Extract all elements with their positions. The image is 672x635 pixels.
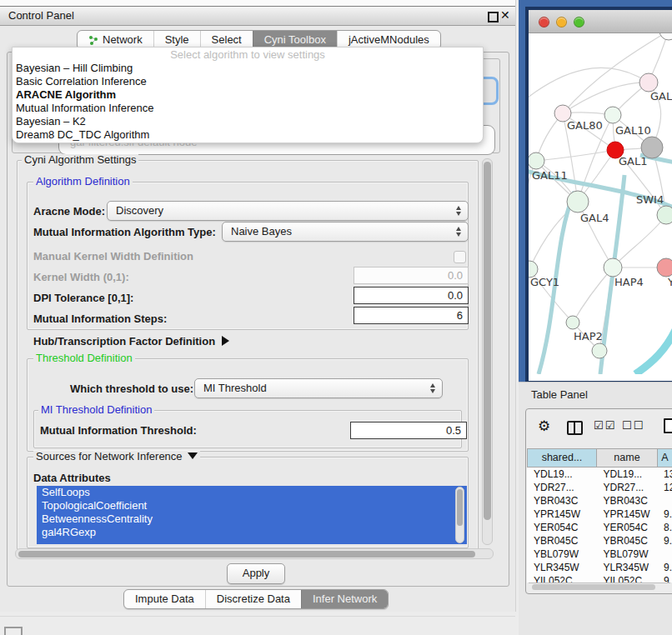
table-row[interactable]: YPR145WYPR145W9.	[527, 508, 672, 521]
network-edge[interactable]	[563, 82, 649, 113]
column-header[interactable]: A	[658, 448, 672, 468]
kernel-width-label: Kernel Width (0,1):	[33, 271, 129, 283]
mi-type-combo[interactable]: Naive Bayes	[222, 222, 469, 242]
which-threshold-combo[interactable]: MI Threshold	[194, 378, 443, 398]
table-cell: YDL19...	[527, 468, 597, 481]
node-gal11[interactable]	[529, 152, 544, 169]
tab-impute-data[interactable]: Impute Data	[124, 590, 205, 608]
mac-close-icon[interactable]	[539, 17, 549, 28]
node-gal10[interactable]	[604, 107, 621, 123]
mac-minimize-icon[interactable]	[556, 17, 567, 28]
mi-threshold-field[interactable]: 0.5	[350, 422, 467, 439]
attributes-scrollbar-thumb[interactable]	[457, 489, 463, 526]
table-cell: YBR045C	[597, 534, 658, 548]
minimized-panel-icon[interactable]	[4, 627, 23, 635]
table-row[interactable]: YLR345WYLR345W9.	[527, 561, 672, 574]
table-panel-title: Table Panel	[531, 388, 588, 401]
column-header[interactable]: shared...	[527, 448, 597, 468]
algorithm-option[interactable]: ARACNE Algorithm	[13, 88, 483, 102]
settings-hscrollbar[interactable]	[15, 548, 494, 559]
node-gcy1[interactable]	[529, 261, 538, 278]
node-hap2[interactable]	[566, 316, 579, 329]
table-hscrollbar-thumb[interactable]	[532, 584, 655, 590]
node-label-gal1: GAL1	[619, 155, 647, 168]
attribute-item[interactable]: SelfLoops	[37, 486, 467, 499]
file-icon[interactable]	[664, 418, 672, 433]
gear-icon[interactable]: ⚙	[538, 418, 550, 435]
attributes-scrollbar[interactable]	[455, 487, 464, 543]
mi-steps-field[interactable]: 6	[354, 307, 469, 324]
attribute-item[interactable]	[37, 539, 467, 544]
aracne-mode-value: Discovery	[116, 204, 163, 217]
algorithm-definition-title: Algorithm Definition	[33, 176, 133, 188]
attribute-item[interactable]: gal4RGexp	[37, 526, 467, 539]
table-row[interactable]: YBR045CYBR045C9.	[527, 534, 672, 548]
cyni-settings-title: Cyni Algorithm Settings	[22, 154, 138, 166]
table-row[interactable]: YIL052CYIL052C9	[527, 574, 672, 582]
dpi-tolerance-field[interactable]: 0.0	[354, 287, 469, 304]
close-icon[interactable]: ✕	[500, 8, 510, 22]
algorithm-option[interactable]: Dream8 DC_TDC Algorithm	[13, 128, 483, 142]
node-gal4[interactable]	[567, 191, 589, 212]
tab-infer-network[interactable]: Infer Network	[301, 590, 388, 608]
manual-kernel-checkbox[interactable]	[454, 251, 466, 263]
table-cell: YDR27...	[597, 481, 658, 494]
table-row[interactable]: YDL19...YDL19...13	[527, 468, 672, 481]
tab-discretize-data[interactable]: Discretize Data	[205, 590, 301, 608]
table-row[interactable]: YBL079WYBL079W	[527, 548, 672, 561]
attribute-item[interactable]: BetweennessCentrality	[37, 512, 467, 526]
node-label-gal80: GAL80	[567, 119, 603, 132]
float-panel-icon[interactable]	[488, 12, 499, 22]
checked-boxes-icon[interactable]: ☑☑	[594, 419, 616, 432]
table-cell: 13	[657, 468, 672, 481]
table-cell: 9.	[657, 508, 672, 521]
settings-scrollbar-thumb[interactable]	[484, 162, 491, 520]
attribute-item[interactable]: TopologicalCoefficient	[37, 499, 467, 512]
table-cell: 9.	[657, 561, 672, 574]
mi-steps-label: Mutual Information Steps:	[33, 312, 167, 325]
node-gal7[interactable]	[639, 73, 658, 92]
node-top[interactable]	[659, 33, 672, 40]
network-edge[interactable]	[536, 150, 615, 161]
settings-hscrollbar-thumb[interactable]	[18, 551, 475, 558]
table-cell: YBR043C	[527, 494, 597, 508]
algorithm-option[interactable]: Mutual Information Inference	[13, 102, 483, 115]
columns-icon[interactable]	[567, 421, 583, 435]
threshold-definition-title: Threshold Definition	[33, 352, 135, 364]
table-row[interactable]: YER054CYER054C8.	[527, 521, 672, 534]
network-window-titlebar[interactable]	[529, 10, 672, 33]
table-cell: YER054C	[597, 521, 658, 534]
table-body[interactable]: YDL19...YDL19...13YDR27...YDR27...12YBR0…	[527, 468, 672, 582]
table-cell	[657, 548, 672, 561]
data-attributes-list[interactable]: SelfLoopsTopologicalCoefficientBetweenne…	[37, 486, 467, 544]
node-label-gcy1: GCY1	[530, 276, 559, 288]
sources-title-row[interactable]: Sources for Network Inference	[33, 451, 200, 462]
node-swi4[interactable]	[657, 206, 672, 224]
kernel-width-field[interactable]: 0.0	[354, 267, 469, 284]
column-header[interactable]: name	[597, 448, 658, 468]
network-canvas[interactable]: GALGAL80GAL10GAL1GAL11GAL4SWI4GCY1HAP4YH…	[529, 33, 672, 374]
node-salmon[interactable]	[657, 258, 672, 277]
algorithm-option[interactable]: Bayesian – K2	[13, 115, 483, 128]
table-cell: YBL079W	[597, 548, 658, 561]
hub-definition-toggle[interactable]: Hub/Transcription Factor Definition	[33, 335, 229, 348]
mi-threshold-label: Mutual Information Threshold:	[40, 424, 197, 437]
table-cell: YBR043C	[597, 494, 658, 508]
unchecked-boxes-icon[interactable]: ☐☐	[622, 419, 644, 432]
algorithm-option[interactable]: Bayesian – Hill Climbing	[13, 62, 483, 75]
network-edge[interactable]	[529, 202, 578, 269]
node-bottom[interactable]	[592, 343, 607, 358]
table-header-row[interactable]: shared...nameA	[527, 448, 672, 468]
network-edge[interactable]	[635, 330, 672, 374]
node-hap4[interactable]	[604, 258, 622, 277]
apply-button[interactable]: Apply	[227, 563, 285, 584]
table-row[interactable]: YDR27...YDR27...12	[527, 481, 672, 494]
table-cell: 9.	[657, 534, 672, 548]
settings-scrollbar[interactable]	[482, 158, 493, 545]
network-graph[interactable]: GALGAL80GAL10GAL1GAL11GAL4SWI4GCY1HAP4YH…	[529, 33, 672, 374]
expanded-arrow-icon	[188, 452, 198, 459]
algorithm-option[interactable]: Basic Correlation Inference	[13, 75, 483, 88]
aracne-mode-combo[interactable]: Discovery	[107, 201, 469, 221]
table-row[interactable]: YBR043CYBR043C	[527, 494, 672, 508]
mac-zoom-icon[interactable]	[574, 17, 584, 28]
